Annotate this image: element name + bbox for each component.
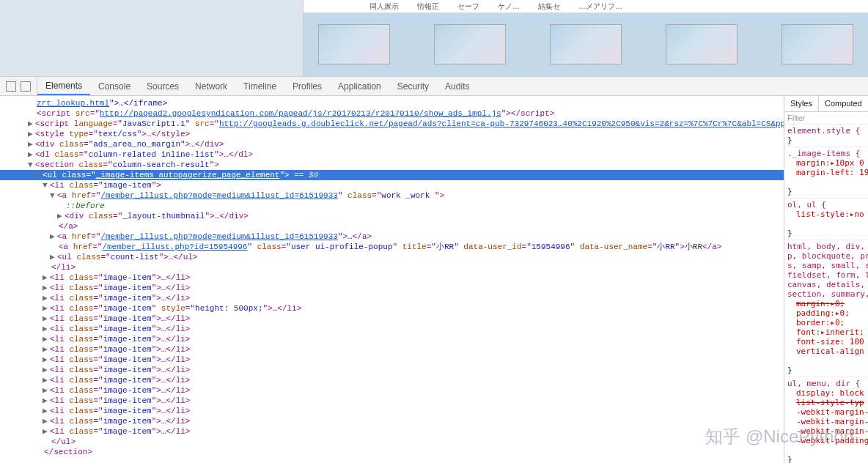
collapse-arrow[interactable]: ▼	[28, 160, 35, 170]
styles-filter[interactable]: Filter	[784, 112, 868, 125]
expand-arrow[interactable]: ▶	[43, 375, 50, 385]
expand-arrow[interactable]: ▶	[43, 314, 50, 324]
dom-node[interactable]: </li>	[0, 262, 784, 273]
dom-node[interactable]: ▶<style type="text/css">…</style>	[0, 129, 784, 139]
collapse-arrow[interactable]: ▼	[43, 180, 50, 190]
nav-item[interactable]: 結集セ	[538, 1, 560, 12]
expand-arrow[interactable]: ▶	[43, 416, 50, 426]
dom-node[interactable]: ▶<li class="image-item">…</li>	[0, 314, 784, 324]
tab-network[interactable]: Network	[187, 77, 235, 95]
styles-tab[interactable]: Styles	[784, 96, 819, 111]
expand-arrow[interactable]: ▶	[43, 365, 50, 375]
script-src-link[interactable]: http://pagead2.googlesyndication.com/pag…	[100, 109, 501, 118]
css-rule[interactable]: element.style {}	[784, 125, 868, 147]
expand-arrow[interactable]: ▶	[43, 324, 50, 334]
dom-node[interactable]: ▶<li class="image-item">…</li>	[0, 406, 784, 416]
nav-item[interactable]: …メアリフ…	[578, 1, 622, 12]
dom-node[interactable]: </section>	[0, 447, 784, 457]
dom-node[interactable]: ▼<li class="image-item">	[0, 180, 784, 190]
tab-timeline[interactable]: Timeline	[235, 77, 284, 95]
expand-arrow[interactable]: ▶	[43, 273, 50, 283]
dom-node[interactable]: ▶<li class="image-item" style="height: 5…	[0, 303, 784, 314]
dom-node[interactable]: </a>	[0, 221, 784, 232]
dom-node[interactable]: ▶<li class="image-item">…</li>	[0, 334, 784, 344]
expand-arrow[interactable]: ▶	[28, 119, 35, 129]
dom-node[interactable]: ▶<li class="image-item">…</li>	[0, 293, 784, 303]
inspect-icon[interactable]	[6, 81, 16, 92]
thumbnail[interactable]	[318, 24, 390, 64]
dom-node[interactable]: ▶<script language="JavaScript1.1" src="h…	[0, 119, 784, 129]
dom-node[interactable]: ▶<a href="/member_illust.php?mode=medium…	[0, 232, 784, 242]
expand-arrow[interactable]: ▶	[43, 334, 50, 344]
tab-console[interactable]: Console	[90, 77, 139, 95]
device-icon[interactable]	[21, 81, 31, 92]
nav-item[interactable]: 同人展示	[369, 1, 399, 12]
thumbnail[interactable]	[434, 24, 506, 64]
thumbnail[interactable]	[781, 24, 853, 64]
tab-application[interactable]: Application	[330, 77, 389, 95]
dom-node[interactable]: ▼<section class="column-search-result">	[0, 160, 784, 170]
thumbnail[interactable]	[550, 24, 622, 64]
nav-item[interactable]: セーフ	[457, 1, 479, 12]
tab-elements[interactable]: Elements	[37, 77, 90, 95]
dom-node[interactable]: zrt_lookup.html">…</iframe>	[0, 98, 784, 108]
expand-arrow[interactable]: ▶	[43, 396, 50, 406]
expand-arrow[interactable]: ▶	[43, 303, 50, 314]
dom-node[interactable]: ▶<li class="image-item">…</li>	[0, 365, 784, 375]
dom-node[interactable]: ▶<li class="image-item">…</li>	[0, 273, 784, 283]
dom-node[interactable]: ▶<li class="image-item">…</li>	[0, 344, 784, 355]
tab-audits[interactable]: Audits	[437, 77, 477, 95]
dom-node[interactable]: ▶<ul class="count-list">…</ul>	[0, 252, 784, 262]
dom-pseudo[interactable]: ::before	[0, 201, 784, 211]
expand-arrow[interactable]: ▶	[43, 426, 50, 437]
expand-arrow[interactable]: ▶	[43, 344, 50, 355]
href-link[interactable]: /member_illust.php?id=15954996	[102, 242, 247, 251]
dom-tree[interactable]: zrt_lookup.html">…</iframe> <script src=…	[0, 96, 784, 463]
expand-arrow[interactable]: ▶	[43, 293, 50, 303]
tab-profiles[interactable]: Profiles	[284, 77, 330, 95]
script-src-link[interactable]: http://googleads.g.doubleclick.net/pagea…	[219, 119, 784, 128]
expand-arrow[interactable]: ▶	[43, 355, 50, 365]
css-rule[interactable]: ol, ul {list-style:▸no}	[784, 199, 868, 240]
tab-security[interactable]: Security	[389, 77, 437, 95]
expand-arrow[interactable]: ▶	[28, 129, 35, 139]
dom-node[interactable]: ▶<li class="image-item">…</li>	[0, 385, 784, 396]
css-rule[interactable]: ul, menu, dir {display: blocklist-style-…	[784, 377, 868, 463]
expand-arrow[interactable]: ▶	[43, 406, 50, 416]
iframe-src-link[interactable]: zrt_lookup.html	[37, 99, 109, 108]
css-rule[interactable]: ._image-items {margin:▸10px 0margin-left…	[784, 147, 868, 199]
computed-tab[interactable]: Computed	[819, 96, 868, 111]
expand-arrow[interactable]: ▶	[28, 139, 35, 149]
dom-node[interactable]: ▶<li class="image-item">…</li>	[0, 355, 784, 365]
expand-arrow[interactable]: ▶	[43, 385, 50, 396]
nav-item[interactable]: ケノ…	[498, 1, 520, 12]
dom-node[interactable]: ▶<div class="_layout-thumbnail">…</div>	[0, 211, 784, 221]
dom-node[interactable]: ▶<li class="image-item">…</li>	[0, 426, 784, 437]
dom-node[interactable]: ▶<li class="image-item">…</li>	[0, 416, 784, 426]
dom-node[interactable]: ▶<li class="image-item">…</li>	[0, 396, 784, 406]
expand-arrow[interactable]: ▶	[57, 211, 65, 221]
expand-arrow[interactable]: ▶	[50, 232, 57, 242]
dom-node[interactable]: ▶<dl class="column-related inline-list">…	[0, 149, 784, 160]
dom-node[interactable]: ▶<li class="image-item">…</li>	[0, 324, 784, 334]
css-rule[interactable]: html, body, div,p, blockquote, prs, samp…	[784, 240, 868, 377]
dom-node-selected[interactable]: ▼<ul class="_image-items autopagerize_pa…	[0, 170, 784, 180]
dom-node[interactable]: ▶<li class="image-item">…</li>	[0, 283, 784, 293]
href-link[interactable]: /member_illust.php?mode=medium&illust_id…	[100, 232, 337, 241]
href-link[interactable]: /member_illust.php?mode=medium&illust_id…	[100, 191, 337, 200]
expand-arrow[interactable]: ▶	[50, 252, 57, 262]
thumbnail[interactable]	[666, 24, 738, 64]
dom-node[interactable]: ▶<li class="image-item">…</li>	[0, 375, 784, 385]
collapse-arrow[interactable]: ▼	[50, 190, 57, 201]
expand-arrow[interactable]: ▶	[28, 149, 35, 160]
dom-node[interactable]: ▶<div class="ads_area_no_margin">…</div>	[0, 139, 784, 149]
collapse-arrow[interactable]: ▼	[35, 170, 43, 180]
nav-item[interactable]: 情報正	[417, 1, 439, 12]
devtools: Elements Console Sources Network Timelin…	[0, 76, 868, 463]
dom-node[interactable]: <a href="/member_illust.php?id=15954996"…	[0, 242, 784, 252]
dom-node[interactable]: </ul>	[0, 437, 784, 447]
expand-arrow[interactable]: ▶	[43, 283, 50, 293]
dom-node[interactable]: ▼<a href="/member_illust.php?mode=medium…	[0, 190, 784, 201]
tab-sources[interactable]: Sources	[139, 77, 187, 95]
dom-node[interactable]: <script src="http://pagead2.googlesyndic…	[0, 108, 784, 119]
